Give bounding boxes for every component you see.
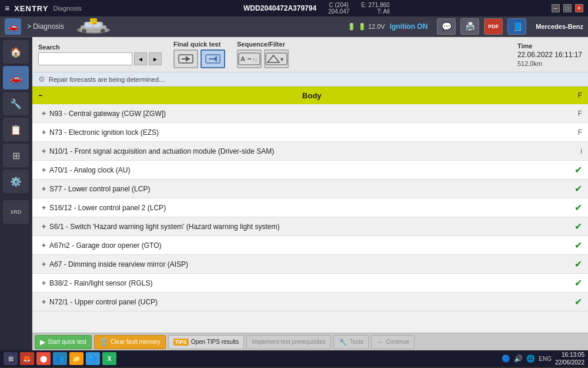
windows-taskbar: ⊞ 🦊 ⬤ 👥 📁 🔷 X 🔵 🔊 🌐 ENG 16:13:05 22/06/2… bbox=[0, 350, 588, 367]
main-layout: 🏠 🚗 🔧 📋 ⊞ ⚙️ XRD Search ◄ ► Final quick … bbox=[0, 37, 588, 350]
quick-test-btn1[interactable] bbox=[173, 49, 198, 68]
app2[interactable]: ⬤ bbox=[36, 352, 51, 365]
help-button[interactable]: 📘 bbox=[507, 18, 526, 35]
table-row[interactable]: + N73 - Electronic ignition lock (EZS) F bbox=[32, 123, 588, 142]
sidebar-item-diagnosis[interactable]: 🚗 bbox=[3, 66, 29, 89]
final-quick-test-label: Final quick test bbox=[173, 41, 225, 48]
item-name: B38/2 - Rain/light sensor (RGLS) bbox=[49, 279, 574, 287]
quick-test-btn2[interactable] bbox=[201, 49, 225, 68]
time-section: Time 22.06.2022 16:11:17 512.0km bbox=[517, 42, 582, 67]
item-status: F bbox=[578, 110, 582, 118]
header-bar: 🚗 > Diagnosis 🔒 🔋 🔋 12.0V Ignition ON 💬 … bbox=[0, 16, 588, 37]
table-row[interactable]: + N10/1 - Front signal acquisition and a… bbox=[32, 142, 588, 161]
sidebar-item-settings[interactable]: ⚙️ bbox=[3, 170, 29, 193]
message-button[interactable]: 💬 bbox=[437, 18, 456, 35]
mercedes-logo: Mercedes-Benz bbox=[536, 23, 583, 30]
menu-icon[interactable]: ≡ bbox=[5, 4, 9, 13]
search-input-row: ◄ ► bbox=[38, 52, 162, 65]
svg-point-4 bbox=[101, 29, 105, 34]
table-row[interactable]: + N72/1 - Upper control panel (UCP) ✔ bbox=[32, 293, 588, 311]
bluetooth-icon[interactable]: 🔵 bbox=[502, 354, 510, 363]
diagnosis-list[interactable]: − Body F + N93 - Central gateway (CGW [Z… bbox=[32, 87, 588, 333]
table-row[interactable]: + S6/1 - Switch 'Hazard warning light sy… bbox=[32, 217, 588, 236]
search-back-button[interactable]: ◄ bbox=[134, 52, 147, 65]
file-explorer-app[interactable]: 📁 bbox=[69, 352, 83, 365]
network-icon[interactable]: 🌐 bbox=[526, 354, 535, 363]
svg-marker-14 bbox=[213, 56, 217, 62]
volume-icon[interactable]: 🔊 bbox=[514, 354, 523, 363]
expand-icon: + bbox=[42, 298, 46, 306]
pdf-button[interactable]: PDF bbox=[484, 18, 503, 35]
item-status: ✔ bbox=[574, 183, 582, 194]
category-collapse-icon: − bbox=[38, 91, 42, 100]
svg-point-3 bbox=[82, 29, 86, 34]
sequence-btn2[interactable]: ▼ bbox=[264, 49, 289, 68]
tests-button[interactable]: 🔧 Tests bbox=[333, 335, 369, 349]
table-row[interactable]: + A67 - Dimming inside rearview mirror (… bbox=[32, 255, 588, 274]
table-row[interactable]: + S16/12 - Lower control panel 2 (LCP) ✔ bbox=[32, 198, 588, 217]
continue-button[interactable]: → Continue bbox=[371, 335, 415, 349]
sidebar-item-grid[interactable]: ⊞ bbox=[3, 144, 29, 167]
app3[interactable]: 👥 bbox=[53, 352, 67, 365]
item-status: ✔ bbox=[574, 240, 582, 251]
vin-code: WDD2040472A379794 bbox=[243, 4, 316, 12]
expand-icon: + bbox=[42, 166, 46, 174]
table-row[interactable]: + N93 - Central gateway (CGW [ZGW]) F bbox=[32, 104, 588, 123]
clear-icon: 🗑️ bbox=[99, 338, 108, 346]
close-button[interactable]: ✕ bbox=[575, 4, 583, 12]
time-value: 22.06.2022 16:11:17 bbox=[517, 51, 582, 59]
breadcrumb-text: Diagnosis bbox=[33, 22, 64, 31]
system-time: 16:13:05 22/06/2022 bbox=[555, 351, 584, 366]
restore-button[interactable]: □ bbox=[563, 4, 572, 12]
firefox-app[interactable]: 🦊 bbox=[20, 352, 34, 365]
ignition-status: Ignition ON bbox=[390, 22, 428, 31]
quick-test-icon1 bbox=[178, 54, 194, 64]
search-forward-button[interactable]: ► bbox=[149, 52, 162, 65]
battery-info: 🔋 🔋 12.0V bbox=[348, 23, 385, 31]
battery-voltage: 🔋 12.0V bbox=[358, 23, 385, 31]
implement-test-button[interactable]: Implement test prerequisites bbox=[246, 335, 331, 349]
km-value: 512.0km bbox=[517, 60, 582, 67]
sidebar-item-home[interactable]: 🏠 bbox=[3, 40, 29, 64]
sequence-icon1: A ↑↓ bbox=[238, 52, 260, 65]
table-row[interactable]: + S77 - Lower control panel (LCP) ✔ bbox=[32, 180, 588, 198]
search-filter-bar: Search ◄ ► Final quick test bbox=[32, 37, 588, 72]
expand-icon: + bbox=[42, 110, 46, 118]
svg-marker-20 bbox=[268, 55, 279, 62]
win-start-button[interactable]: ⊞ bbox=[4, 352, 18, 365]
svg-text:🔒: 🔒 bbox=[92, 19, 98, 25]
xentry-app[interactable]: X bbox=[102, 352, 116, 365]
category-label: Body bbox=[302, 91, 322, 100]
nav-home-icon[interactable]: 🚗 bbox=[5, 18, 21, 35]
sequence-filter-label: Sequence/Filter bbox=[237, 41, 289, 48]
expand-icon: + bbox=[42, 241, 46, 250]
sidebar-item-vehicle[interactable]: 🔧 bbox=[3, 92, 29, 115]
taskbar-tray: 🔵 🔊 🌐 ENG 16:13:05 22/06/2022 bbox=[502, 351, 584, 366]
print-button[interactable]: 🖨️ bbox=[460, 18, 479, 35]
tips-icon: TIPS bbox=[173, 339, 189, 346]
table-row[interactable]: + B38/2 - Rain/light sensor (RGLS) ✔ bbox=[32, 274, 588, 293]
open-tips-button[interactable]: TIPS Open TIPS results bbox=[168, 335, 245, 349]
search-label: Search bbox=[38, 44, 162, 51]
start-quick-test-button[interactable]: ▶ Start quick test bbox=[35, 335, 92, 349]
minimize-button[interactable]: ─ bbox=[552, 4, 560, 12]
category-body-row[interactable]: − Body F bbox=[32, 87, 588, 104]
table-row[interactable]: + A70/1 - Analog clock (AU) ✔ bbox=[32, 161, 588, 180]
app4[interactable]: 🔷 bbox=[86, 352, 100, 365]
expand-icon: + bbox=[42, 204, 46, 212]
clear-fault-memory-button[interactable]: 🗑️ Clear fault memory bbox=[94, 335, 165, 349]
tests-label: Tests bbox=[350, 339, 363, 345]
c-code: C (204) 204.047 bbox=[328, 2, 349, 15]
category-code: F bbox=[578, 91, 582, 100]
search-input[interactable] bbox=[38, 52, 132, 65]
title-bar-center: WDD2040472A379794 C (204) 204.047 E: 271… bbox=[243, 2, 390, 15]
arrow-icon: → bbox=[376, 338, 383, 346]
final-quick-test-buttons bbox=[173, 49, 225, 68]
sidebar-item-list[interactable]: 📋 bbox=[3, 118, 29, 141]
sequence-btn1[interactable]: A ↑↓ bbox=[237, 49, 262, 68]
item-name: N10/1 - Front signal acquisition and act… bbox=[49, 147, 580, 155]
table-row[interactable]: + A67n2 - Garage door opener (GTO) ✔ bbox=[32, 236, 588, 255]
forecast-icon: ⚙ bbox=[38, 75, 45, 84]
title-bar: ≡ XENTRY Diagnosis WDD2040472A379794 C (… bbox=[0, 0, 588, 16]
sidebar-item-xrd[interactable]: XRD bbox=[3, 200, 29, 224]
